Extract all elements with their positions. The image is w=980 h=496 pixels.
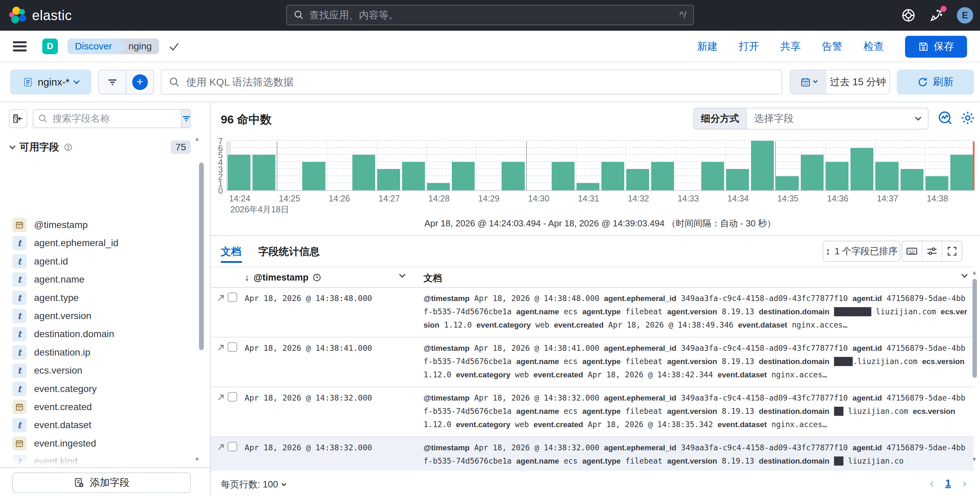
save-button[interactable]: 保存 (905, 36, 967, 57)
collapse-sidebar-button[interactable] (9, 109, 27, 128)
help-circle-icon[interactable] (64, 143, 73, 152)
filter-icon[interactable] (99, 70, 126, 94)
field-item[interactable]: tecs.version (12, 362, 83, 379)
expand-document-icon[interactable] (216, 343, 226, 352)
histogram-bar[interactable] (601, 162, 624, 190)
page-1-button[interactable]: 1 (945, 477, 951, 489)
histogram-bar[interactable] (228, 155, 250, 190)
column-menu-icon[interactable] (961, 271, 967, 278)
new-button[interactable]: 新建 (697, 40, 718, 54)
histogram-bar[interactable] (851, 148, 873, 190)
keyboard-shortcuts-button[interactable] (902, 241, 922, 261)
document-column-header[interactable]: 文档 (423, 272, 442, 284)
alerts-button[interactable]: 告警 (822, 40, 842, 54)
histogram-bar[interactable] (501, 162, 524, 190)
menu-icon[interactable] (13, 41, 27, 51)
expand-document-icon[interactable] (216, 293, 226, 303)
inspect-button[interactable]: 检查 (864, 40, 884, 54)
edit-visualization-button[interactable] (936, 109, 954, 127)
histogram-bar[interactable] (377, 169, 400, 190)
field-item[interactable]: tagent.id (12, 253, 68, 270)
kql-input[interactable] (185, 76, 774, 88)
field-item[interactable]: tagent.version (12, 308, 91, 324)
histogram-bar[interactable] (452, 162, 475, 190)
row-checkbox[interactable] (228, 392, 237, 402)
row-checkbox[interactable] (228, 292, 237, 302)
space-badge[interactable]: D (42, 38, 58, 54)
global-search-input[interactable] (309, 9, 675, 21)
histogram-bar[interactable] (651, 162, 674, 190)
field-item[interactable]: tagent.name (12, 271, 84, 288)
table-row[interactable]: Apr 18, 2026 @ 14:38:32.000@timestamp Ap… (211, 437, 974, 471)
refresh-button[interactable]: 刷新 (897, 70, 974, 94)
field-item[interactable]: tevent.dataset (12, 417, 91, 433)
column-menu-icon[interactable] (399, 271, 405, 278)
grid-scrollbar[interactable] (972, 279, 977, 378)
histogram-bar[interactable] (552, 162, 574, 190)
tab-documents[interactable]: 文档 (221, 245, 241, 259)
avatar[interactable]: E (957, 7, 973, 24)
help-icon[interactable] (901, 8, 916, 23)
elastic-logo[interactable]: elastic (9, 6, 72, 24)
news-icon[interactable] (929, 8, 944, 23)
breakdown-select[interactable]: 细分方式 选择字段 (694, 108, 929, 129)
scroll-down-icon[interactable]: ▼ (972, 456, 977, 463)
histogram-bar[interactable] (302, 162, 325, 190)
sidebar-scrollbar[interactable] (199, 163, 204, 350)
add-field-button[interactable]: 添加字段 (12, 472, 191, 493)
breadcrumb-discover[interactable]: Discover (67, 38, 118, 54)
table-row[interactable]: Apr 18, 2026 @ 14:38:41.000@timestamp Ap… (211, 338, 974, 387)
field-item[interactable]: @timestamp (12, 217, 88, 233)
histogram-bar[interactable] (352, 155, 375, 190)
open-button[interactable]: 打开 (739, 40, 759, 54)
rows-per-page-button[interactable]: 每页行数: 100 (221, 478, 286, 491)
time-range-button[interactable]: 过去 15 分钟 (827, 70, 889, 94)
field-search-input[interactable] (52, 113, 176, 124)
fullscreen-button[interactable] (942, 241, 962, 261)
histogram-bar[interactable] (926, 176, 948, 190)
display-options-button[interactable] (922, 241, 942, 261)
histogram-bar[interactable] (826, 162, 848, 190)
field-filter-button[interactable]: 0 (181, 110, 191, 128)
expand-document-icon[interactable] (216, 442, 226, 452)
histogram-bar[interactable] (626, 169, 649, 190)
histogram-bar[interactable] (950, 155, 973, 190)
field-item[interactable]: tevent.category (12, 381, 97, 397)
timestamp-column-header[interactable]: ↓ @timestamp (245, 272, 321, 283)
field-item[interactable]: event.created (12, 399, 92, 415)
sorted-fields-button[interactable]: ↕ 1 个字段已排序 (822, 241, 900, 262)
histogram-chart[interactable]: 01234567 14:2414:2514:2614:2714:2814:291… (211, 136, 980, 215)
histogram-bar[interactable] (701, 162, 724, 190)
global-search[interactable]: ^/ (286, 5, 694, 25)
add-filter-button[interactable]: + (126, 70, 153, 94)
field-item[interactable]: tagent.type (12, 290, 79, 306)
prev-page-button[interactable]: ‹ (930, 476, 934, 490)
scroll-up-icon[interactable]: ▲ (972, 269, 977, 276)
next-page-button[interactable]: › (963, 476, 966, 490)
field-search[interactable]: 0 (33, 109, 191, 128)
histogram-bar[interactable] (402, 162, 425, 190)
histogram-bar[interactable] (801, 155, 824, 190)
field-item[interactable]: tdestination.domain (12, 326, 114, 342)
chevron-down-icon[interactable] (9, 143, 15, 149)
row-checkbox[interactable] (228, 342, 237, 352)
tab-field-statistics[interactable]: 字段统计信息 (258, 245, 320, 259)
histogram-bar[interactable] (875, 162, 898, 190)
table-row[interactable]: Apr 18, 2026 @ 14:38:32.000@timestamp Ap… (211, 387, 974, 437)
histogram-bar[interactable] (751, 141, 774, 190)
kql-search-bar[interactable] (161, 70, 783, 94)
row-checkbox[interactable] (228, 442, 237, 451)
table-row[interactable]: Apr 18, 2026 @ 14:38:48.000@timestamp Ap… (211, 288, 974, 338)
expand-document-icon[interactable] (216, 393, 226, 402)
chart-options-button[interactable] (959, 109, 977, 127)
calendar-menu-button[interactable] (791, 70, 827, 94)
data-view-picker[interactable]: nginx-* (10, 70, 91, 94)
histogram-bar[interactable] (726, 169, 749, 190)
histogram-bar[interactable] (427, 183, 450, 190)
scroll-up-icon[interactable]: ▲ (194, 136, 200, 142)
share-button[interactable]: 共享 (780, 40, 801, 54)
scroll-down-icon[interactable]: ▼ (194, 456, 200, 463)
field-item[interactable]: event.ingested (12, 435, 96, 452)
histogram-bar[interactable] (577, 183, 600, 190)
histogram-bar[interactable] (776, 176, 799, 190)
